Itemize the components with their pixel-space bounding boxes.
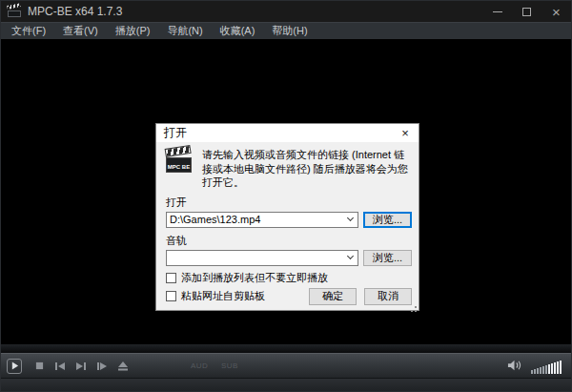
dialog-bottom-row: 粘贴网址自剪贴板 确定 取消 <box>166 288 412 305</box>
chevron-down-icon <box>347 215 354 221</box>
audio-browse-button[interactable]: 浏览... <box>363 250 412 266</box>
next-button[interactable] <box>71 358 92 375</box>
status-strip <box>1 378 571 391</box>
dialog-action-buttons: 确定 取消 <box>309 288 412 305</box>
menu-play[interactable]: 播放(P) <box>107 23 159 39</box>
paste-url-checkbox[interactable] <box>166 291 176 301</box>
subtitle-track-indicator[interactable]: SUB <box>221 361 238 370</box>
menu-file[interactable]: 文件(F) <box>3 23 54 39</box>
open-combobox-dropdown[interactable] <box>343 218 358 220</box>
open-dialog-body: MPC BE 请先输入视频或音频文件的链接 (Internet 链接或本地电脑文… <box>156 142 419 310</box>
open-dialog: 打开 × MPC BE 请先输入视频或音频文件的链接 (Internet 链接或… <box>155 123 419 311</box>
dialog-description: 请先输入视频或音频文件的链接 (Internet 链接或本地电脑文件路径) 随后… <box>202 148 412 190</box>
mpc-be-icon-label: MPC BE <box>166 157 192 173</box>
add-to-playlist-checkbox[interactable] <box>166 273 176 283</box>
paste-url-label[interactable]: 粘贴网址自剪贴板 <box>181 289 265 303</box>
close-icon: × <box>552 5 561 19</box>
audio-path-combobox[interactable] <box>166 250 358 266</box>
menu-navigate[interactable]: 导航(N) <box>158 23 211 39</box>
next-icon <box>75 361 87 371</box>
maximize-icon <box>522 8 531 16</box>
stop-icon <box>35 361 44 370</box>
previous-button[interactable] <box>50 358 71 375</box>
open-dialog-titlebar[interactable]: 打开 × <box>156 124 419 142</box>
app-clapperboard-icon <box>8 5 22 18</box>
video-area: 打开 × MPC BE 请先输入视频或音频文件的链接 (Internet 链接或… <box>1 39 571 343</box>
chevron-down-icon <box>347 253 354 259</box>
control-bar: AUD SUB <box>1 353 571 378</box>
menu-favorites[interactable]: 收藏(A) <box>212 23 264 39</box>
stop-button[interactable] <box>29 358 50 375</box>
ok-button[interactable]: 确定 <box>309 288 357 305</box>
open-field-label: 打开 <box>166 196 412 210</box>
menu-view[interactable]: 查看(V) <box>54 23 107 39</box>
maximize-button[interactable] <box>512 1 541 22</box>
play-icon <box>10 361 19 370</box>
audio-combobox-dropdown[interactable] <box>343 257 358 258</box>
menubar: 文件(F) 查看(V) 播放(P) 导航(N) 收藏(A) 帮助(H) <box>1 22 571 39</box>
step-icon <box>96 361 108 371</box>
audio-field-row: 浏览... <box>166 250 412 266</box>
open-dialog-close-button[interactable]: × <box>392 124 419 142</box>
mpc-be-window: MPC-BE x64 1.7.3 × 文件(F) 查看(V) 播放(P) 导航(… <box>0 0 572 392</box>
add-to-playlist-label[interactable]: 添加到播放列表但不要立即播放 <box>181 271 328 285</box>
audio-field-label: 音轨 <box>166 234 412 248</box>
close-button[interactable]: × <box>541 1 571 22</box>
open-browse-button[interactable]: 浏览... <box>363 212 412 228</box>
mpc-be-clapperboard-icon: MPC BE <box>166 148 194 175</box>
mute-button[interactable] <box>507 358 521 375</box>
volume-controls <box>507 358 563 375</box>
menu-help[interactable]: 帮助(H) <box>263 23 316 39</box>
volume-slider[interactable] <box>531 359 562 374</box>
window-controls: × <box>482 1 571 22</box>
open-path-combobox[interactable]: D:\Games\123.mp4 <box>166 212 358 228</box>
seek-bar[interactable] <box>1 343 571 353</box>
paste-url-row: 粘贴网址自剪贴板 <box>166 290 265 302</box>
dialog-description-row: MPC BE 请先输入视频或音频文件的链接 (Internet 链接或本地电脑文… <box>166 148 412 190</box>
open-path-value[interactable]: D:\Games\123.mp4 <box>167 214 343 225</box>
dialog-resize-grip[interactable] <box>415 306 417 308</box>
play-button[interactable] <box>7 359 22 374</box>
minimize-button[interactable] <box>482 1 512 22</box>
add-to-playlist-row: 添加到播放列表但不要立即播放 <box>166 272 412 284</box>
eject-icon <box>117 361 129 371</box>
step-button[interactable] <box>92 358 112 375</box>
open-dialog-title: 打开 <box>164 125 187 141</box>
eject-button[interactable] <box>112 358 133 375</box>
speaker-icon <box>507 360 521 371</box>
minimize-icon <box>493 11 502 12</box>
audio-track-indicator[interactable]: AUD <box>191 361 208 370</box>
close-icon: × <box>401 126 409 140</box>
titlebar[interactable]: MPC-BE x64 1.7.3 × <box>1 1 571 22</box>
cancel-button[interactable]: 取消 <box>364 288 412 305</box>
open-field-row: D:\Games\123.mp4 浏览... <box>166 212 412 228</box>
previous-icon <box>54 361 66 371</box>
window-title: MPC-BE x64 1.7.3 <box>28 5 122 18</box>
